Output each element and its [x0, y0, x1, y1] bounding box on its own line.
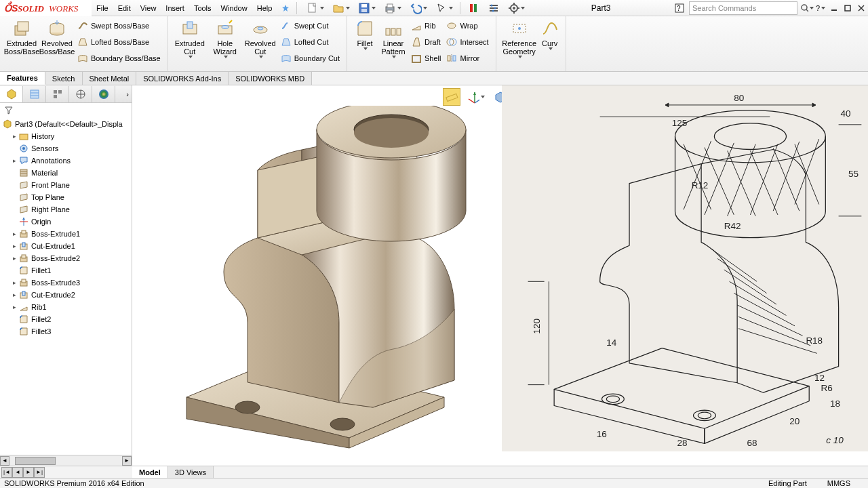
tab-mbd[interactable]: SOLIDWORKS MBD	[229, 72, 312, 85]
swept-cut-button[interactable]: Swept Cut	[278, 18, 342, 34]
revolved-boss-button[interactable]: Revolved Boss/Base	[39, 18, 75, 56]
tree-item[interactable]: ▸Cut-Extrude1	[3, 240, 132, 252]
close-button[interactable]	[854, 1, 868, 15]
tree-filter-icon[interactable]	[0, 103, 132, 117]
triad-icon[interactable]	[467, 88, 485, 106]
revolved-cut-button[interactable]: Revolved Cut	[243, 18, 278, 58]
tree-root[interactable]: Part3 (Default<<Default>_Displa	[3, 118, 132, 130]
expand-toggle[interactable]: ▸	[11, 130, 18, 142]
lofted-boss-button[interactable]: Lofted Boss/Base	[75, 34, 163, 50]
tree-item[interactable]: ▸History	[3, 130, 132, 142]
search-icon[interactable]	[800, 1, 814, 15]
wrap-button[interactable]: Wrap	[443, 18, 491, 34]
view-first-button[interactable]: |◄	[1, 467, 12, 478]
plane-icon	[19, 180, 28, 190]
measure-tool-button[interactable]	[443, 88, 460, 106]
menu-window[interactable]: Window	[216, 0, 252, 16]
extruded-boss-button[interactable]: Extruded Boss/Base	[4, 18, 39, 56]
expand-toggle[interactable]: ▸	[11, 155, 18, 167]
draft-button[interactable]: Draft	[408, 34, 443, 50]
extruded-cut-button[interactable]: Extruded Cut	[172, 18, 208, 58]
open-doc-button[interactable]	[329, 1, 353, 16]
new-doc-button[interactable]	[303, 1, 328, 16]
bottom-tab-3dviews[interactable]: 3D Views	[168, 466, 214, 478]
menu-tools[interactable]: Tools	[189, 0, 216, 16]
scroll-thumb[interactable]	[15, 457, 56, 465]
menu-star-icon[interactable]	[277, 0, 294, 16]
view-last-button[interactable]: ►|	[34, 467, 45, 478]
property-manager-tab[interactable]	[23, 86, 46, 102]
tree-item[interactable]: Fillet2	[3, 313, 132, 325]
expand-toggle[interactable]: ▸	[11, 277, 18, 289]
tree-item[interactable]: Origin	[3, 216, 132, 228]
tree-horizontal-scrollbar[interactable]: ◄ ►	[0, 455, 132, 466]
search-commands-input[interactable]: Search Commands	[689, 1, 797, 15]
undo-button[interactable]	[406, 1, 431, 16]
linear-pattern-button[interactable]: Linear Pattern	[378, 18, 408, 58]
shell-button[interactable]: Shell	[408, 50, 443, 66]
tree-item[interactable]: Front Plane	[3, 179, 132, 191]
expand-toggle[interactable]: ▸	[11, 228, 18, 240]
rebuild-button[interactable]	[464, 1, 483, 16]
lofted-cut-button[interactable]: Lofted Cut	[278, 34, 342, 50]
tree-item[interactable]: ▸Cut-Extrude2	[3, 289, 132, 301]
help-icon[interactable]: ?	[814, 1, 827, 15]
tree-item[interactable]: Right Plane	[3, 203, 132, 216]
tree-item[interactable]: ▸Rib1	[3, 301, 132, 313]
view-prev-button[interactable]: ◄	[12, 467, 23, 478]
tree-item[interactable]: Sensors	[3, 142, 132, 155]
tab-sheet-metal[interactable]: Sheet Metal	[83, 72, 137, 85]
svg-point-66	[22, 147, 25, 150]
fillet-button[interactable]: Fillet	[351, 18, 378, 50]
menu-help[interactable]: Help	[252, 0, 277, 16]
configuration-manager-tab[interactable]	[46, 86, 69, 102]
tree-item[interactable]: Fillet1	[3, 264, 132, 277]
hole-wizard-button[interactable]: Hole Wizard	[208, 18, 243, 58]
feature-tree[interactable]: Part3 (Default<<Default>_Displa ▸History…	[0, 117, 132, 455]
display-manager-tab[interactable]	[92, 86, 115, 102]
tree-item[interactable]: ▸Boss-Extrude1	[3, 228, 132, 240]
tree-item[interactable]: Fillet3	[3, 325, 132, 338]
boundary-boss-button[interactable]: Boundary Boss/Base	[75, 50, 163, 66]
save-button[interactable]	[355, 1, 379, 16]
swept-boss-button[interactable]: Swept Boss/Base	[75, 18, 163, 34]
minimize-button[interactable]	[827, 1, 841, 15]
scroll-right-arrow[interactable]: ►	[122, 456, 132, 466]
bottom-tab-model[interactable]: Model	[132, 466, 168, 478]
tree-item[interactable]: Material	[3, 167, 132, 179]
menu-edit[interactable]: Edit	[113, 0, 136, 16]
dimxpert-manager-tab[interactable]	[69, 86, 92, 102]
tab-features[interactable]: Features	[0, 72, 45, 85]
expand-toggle[interactable]: ▸	[11, 240, 18, 252]
scroll-left-arrow[interactable]: ◄	[0, 456, 9, 466]
boundary-cut-button[interactable]: Boundary Cut	[278, 50, 342, 66]
feature-manager-tab[interactable]	[0, 86, 23, 102]
expand-toggle[interactable]: ▸	[11, 289, 18, 301]
print-button[interactable]	[380, 1, 405, 16]
intersect-button[interactable]: Intersect	[443, 34, 491, 50]
expand-toggle[interactable]: ▸	[11, 301, 18, 313]
expand-toggle[interactable]: ▸	[11, 252, 18, 264]
curves-button[interactable]: Curv	[538, 18, 561, 50]
maximize-button[interactable]	[841, 1, 854, 15]
search-docs-icon[interactable]: ?	[673, 1, 686, 15]
options-button[interactable]	[484, 1, 503, 16]
tree-item[interactable]: ▸Boss-Extrude3	[3, 277, 132, 289]
graphics-viewport[interactable]: ◄	[132, 85, 868, 466]
select-button[interactable]	[432, 1, 456, 16]
menu-view[interactable]: View	[136, 0, 161, 16]
tab-addins[interactable]: SOLIDWORKS Add-Ins	[136, 72, 229, 85]
settings-gear-button[interactable]	[505, 1, 529, 16]
menu-insert[interactable]: Insert	[161, 0, 189, 16]
menu-file[interactable]: File	[92, 0, 113, 16]
rib-button[interactable]: Rib	[408, 18, 443, 34]
status-units[interactable]: MMGS	[827, 479, 850, 487]
reference-geometry-button[interactable]: Reference Geometry	[500, 18, 538, 58]
view-next-button[interactable]: ►	[23, 467, 34, 478]
manager-tabs-more[interactable]: ›	[115, 86, 132, 102]
tree-item[interactable]: ▸Annotations	[3, 155, 132, 167]
tree-item[interactable]: Top Plane	[3, 191, 132, 203]
tab-sketch[interactable]: Sketch	[45, 72, 83, 85]
tree-item[interactable]: ▸Boss-Extrude2	[3, 252, 132, 264]
mirror-button[interactable]: Mirror	[443, 50, 491, 66]
